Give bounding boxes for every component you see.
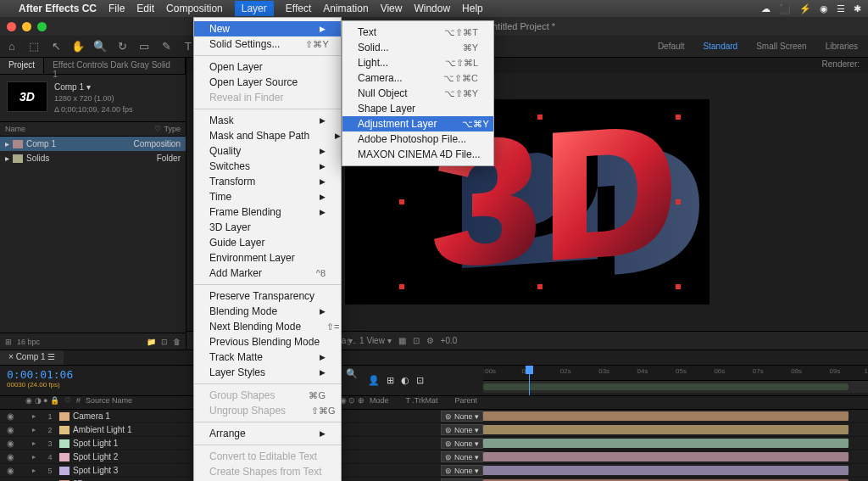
- zoom-window[interactable]: [37, 22, 47, 31]
- timeline-layer[interactable]: ◉▸2Ambient Light 1⊕⊚ None ▾: [0, 423, 868, 437]
- menu-item[interactable]: Mask and Shape Path▶: [194, 128, 341, 143]
- selection-tool[interactable]: ⬚: [27, 40, 41, 53]
- view-icon[interactable]: ⚙: [426, 336, 434, 345]
- status-icon[interactable]: ✱: [854, 3, 861, 14]
- col-source[interactable]: Source Name: [86, 396, 132, 409]
- rect-tool[interactable]: ▭: [137, 40, 151, 53]
- menu-item[interactable]: Solid...⌘Y: [342, 40, 493, 55]
- menu-item[interactable]: Transform▶: [194, 174, 341, 189]
- playhead[interactable]: [529, 366, 530, 395]
- menu-item[interactable]: Shape Layer: [342, 101, 493, 116]
- views-dropdown[interactable]: 1 View ▾: [359, 336, 392, 345]
- switch-icon[interactable]: ⊡: [416, 375, 424, 386]
- comp-thumbnail[interactable]: 3D: [7, 81, 47, 112]
- resize-handle[interactable]: [399, 199, 404, 204]
- project-item[interactable]: ▸Comp 1Composition: [0, 137, 186, 151]
- exposure[interactable]: +0.0: [441, 336, 458, 345]
- menu-item[interactable]: Text⌥⇧⌘T: [342, 25, 493, 40]
- menu-composition[interactable]: Composition: [166, 3, 223, 14]
- switch-icon[interactable]: ◐: [401, 375, 409, 386]
- menu-item[interactable]: New▶: [194, 21, 341, 36]
- status-icon[interactable]: ◉: [820, 3, 828, 14]
- resize-handle[interactable]: [676, 284, 681, 289]
- menu-view[interactable]: View: [381, 3, 403, 14]
- timeline-tab[interactable]: × Comp 1 ☰: [0, 350, 64, 365]
- status-icon[interactable]: ⚡: [799, 3, 811, 14]
- menu-item[interactable]: Add Marker^8: [194, 266, 341, 281]
- menu-edit[interactable]: Edit: [136, 3, 154, 14]
- menu-item[interactable]: Quality▶: [194, 143, 341, 159]
- timeline-layer[interactable]: ◉▸3Spot Light 1⊕⊚ None ▾: [0, 437, 868, 450]
- new-comp-icon[interactable]: ⊡: [161, 338, 168, 346]
- menu-item[interactable]: Adobe Photoshop File...: [342, 131, 493, 147]
- workspace-standard[interactable]: Standard: [698, 42, 743, 51]
- menu-effect[interactable]: Effect: [286, 3, 311, 14]
- menu-item[interactable]: Guide Layer: [194, 235, 341, 250]
- time-ruler[interactable]: :00s 01s 02s 03s 04s 05s 06s 07s 08s 09s…: [483, 366, 868, 381]
- resize-handle[interactable]: [399, 284, 404, 289]
- timeline-layer[interactable]: ◉▸4Spot Light 2⊕⊚ None ▾: [0, 450, 868, 464]
- menu-item[interactable]: 3D Layer: [194, 220, 341, 235]
- menu-item[interactable]: Next Blending Mode⇧=: [194, 319, 341, 334]
- resize-handle[interactable]: [537, 284, 542, 289]
- menu-item[interactable]: Switches▶: [194, 159, 341, 174]
- trash-icon[interactable]: 🗑: [173, 338, 181, 346]
- menu-item[interactable]: Environment Layer: [194, 250, 341, 266]
- arrow-tool[interactable]: ↖: [49, 40, 63, 53]
- minimize-window[interactable]: [22, 22, 31, 31]
- tab-effect-controls[interactable]: Effect Controls Dark Gray Solid 1: [44, 58, 186, 74]
- menu-item[interactable]: Blending Mode▶: [194, 304, 341, 319]
- resize-handle[interactable]: [676, 115, 681, 120]
- resize-handle[interactable]: [676, 199, 681, 204]
- menu-item[interactable]: Layer Styles▶: [194, 365, 341, 380]
- menu-window[interactable]: Window: [414, 3, 450, 14]
- workspace-default[interactable]: Default: [653, 42, 690, 51]
- menu-item[interactable]: Track Matte▶: [194, 350, 341, 365]
- resize-handle[interactable]: [537, 115, 542, 120]
- rotate-tool[interactable]: ↻: [115, 40, 129, 53]
- menu-help[interactable]: Help: [462, 3, 483, 14]
- shy-icon[interactable]: 👤: [368, 375, 380, 386]
- interpret-icon[interactable]: ⊞: [5, 338, 12, 346]
- hand-tool[interactable]: ✋: [71, 40, 85, 53]
- menu-item[interactable]: Previous Blending Mode⇧-: [194, 334, 341, 350]
- timeline-layer[interactable]: ◉▸1Camera 1⊕⊚ None ▾: [0, 410, 868, 423]
- workspace-libraries[interactable]: Libraries: [821, 42, 863, 51]
- view-icon[interactable]: ▦: [398, 336, 406, 345]
- app-name[interactable]: After Effects CC: [19, 3, 97, 14]
- renderer-label[interactable]: Renderer:: [822, 59, 860, 71]
- menu-item[interactable]: Time▶: [194, 189, 341, 204]
- comp-name[interactable]: Comp 1 ▾: [54, 81, 133, 93]
- menu-item[interactable]: Null Object⌥⇧⌘Y: [342, 86, 493, 101]
- switch-icon[interactable]: ⊞: [387, 375, 394, 386]
- close-window[interactable]: [7, 22, 16, 31]
- menu-item[interactable]: Mask▶: [194, 113, 341, 128]
- menu-item[interactable]: Frame Blending▶: [194, 204, 341, 220]
- timecode[interactable]: 0:00:01:06: [7, 368, 73, 381]
- tab-project[interactable]: Project: [0, 58, 44, 74]
- status-icon[interactable]: ☰: [837, 3, 845, 14]
- menu-item[interactable]: Camera...⌥⇧⌘C: [342, 70, 493, 86]
- status-icon[interactable]: ☁: [761, 3, 771, 14]
- pen-tool[interactable]: ✎: [159, 40, 173, 53]
- workspace-small[interactable]: Small Screen: [751, 42, 811, 51]
- search-icon[interactable]: 🔍: [346, 368, 358, 393]
- new-folder-icon[interactable]: 📁: [147, 338, 156, 346]
- project-item[interactable]: ▸SolidsFolder: [0, 151, 186, 165]
- menu-animation[interactable]: Animation: [323, 3, 368, 14]
- menu-item[interactable]: Light...⌥⇧⌘L: [342, 55, 493, 70]
- menu-item[interactable]: Adjustment Layer⌥⌘Y: [342, 116, 493, 131]
- timeline-layer[interactable]: ◉▸5Spot Light 3⊕⊚ None ▾: [0, 464, 868, 478]
- menu-item[interactable]: Open Layer Source: [194, 75, 341, 90]
- menu-layer[interactable]: Layer: [235, 1, 274, 16]
- status-icon[interactable]: ⬛: [779, 3, 791, 14]
- timeline-layer[interactable]: ◉▸63D⊕ ⊡⊚ None ▾: [0, 478, 868, 481]
- col-name[interactable]: Name: [5, 125, 152, 133]
- menu-item[interactable]: Arrange▶: [194, 426, 341, 441]
- menu-item[interactable]: Preserve Transparency: [194, 288, 341, 304]
- bpc-button[interactable]: 16 bpc: [17, 338, 40, 346]
- menu-file[interactable]: File: [108, 3, 125, 14]
- menu-item[interactable]: Solid Settings...⇧⌘Y: [194, 36, 341, 52]
- menu-item[interactable]: Open Layer: [194, 59, 341, 75]
- col-type[interactable]: Type: [164, 125, 181, 133]
